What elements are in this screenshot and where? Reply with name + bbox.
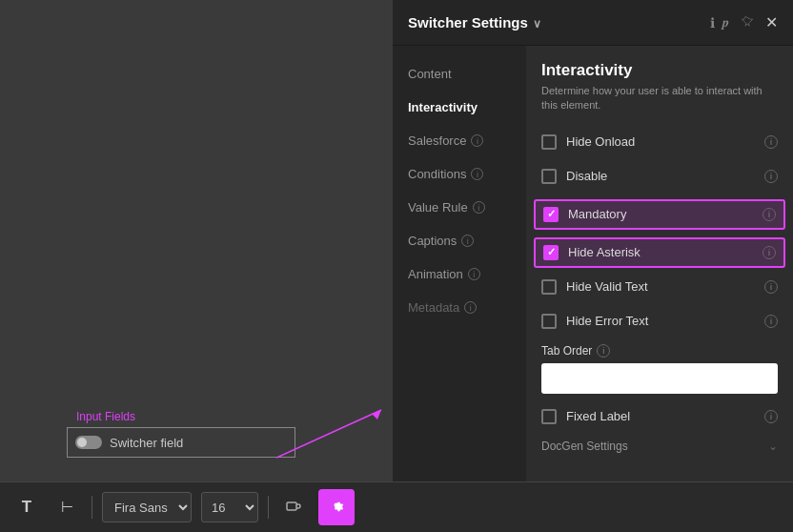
salesforce-info-icon: i xyxy=(471,134,483,147)
sidebar-item-metadata[interactable]: Metadata i xyxy=(393,291,526,324)
fixed-label-checkbox[interactable] xyxy=(541,409,557,424)
panel-content: Interactivity Determine how your user is… xyxy=(526,46,793,532)
fixed-label-row: Fixed Label i xyxy=(541,405,778,428)
sidebar-item-salesforce[interactable]: Salesforce i xyxy=(393,124,526,157)
toolbar-divider-2 xyxy=(268,496,269,519)
panel-close-button[interactable]: ✕ xyxy=(765,13,778,31)
hide-asterisk-label: Hide Asterisk xyxy=(568,245,753,259)
bottom-toolbar: T ⊢ Fira Sans 16 xyxy=(0,481,793,532)
panel-title: Switcher Settings ∨ xyxy=(408,14,702,31)
hide-valid-text-label: Hide Valid Text xyxy=(566,279,755,294)
hide-asterisk-info-icon[interactable]: i xyxy=(762,246,776,259)
hide-error-text-row: Hide Error Text i xyxy=(541,310,778,333)
text-icon: T xyxy=(22,498,31,517)
tab-order-section: Tab Order i xyxy=(541,344,778,405)
tab-order-label: Tab Order i xyxy=(541,344,778,358)
hide-asterisk-checkbox[interactable] xyxy=(543,245,559,260)
font-size-select[interactable]: 16 xyxy=(201,492,258,522)
gear-icon xyxy=(328,497,345,519)
fixed-label-info-icon[interactable]: i xyxy=(764,410,778,423)
hide-asterisk-row: Hide Asterisk i xyxy=(534,237,785,268)
hide-onload-row: Hide Onload i xyxy=(541,131,778,153)
toolbar-divider-1 xyxy=(92,496,92,519)
switcher-toggle xyxy=(75,436,102,449)
hide-valid-text-checkbox[interactable] xyxy=(541,279,557,295)
sidebar-item-interactivity[interactable]: Interactivity xyxy=(393,91,526,124)
sidebar-item-metadata-label: Metadata xyxy=(408,300,459,315)
tab-order-info-icon[interactable]: i xyxy=(597,344,610,358)
sidebar-item-animation-label: Animation xyxy=(408,267,463,281)
disable-checkbox[interactable] xyxy=(541,169,557,184)
canvas xyxy=(0,0,393,481)
metadata-info-icon: i xyxy=(464,301,477,314)
hide-valid-text-info-icon[interactable]: i xyxy=(764,280,778,294)
sidebar-item-content[interactable]: Content xyxy=(393,57,526,91)
settings-button[interactable] xyxy=(318,489,355,525)
sidebar-item-captions[interactable]: Captions i xyxy=(393,224,526,257)
section-title: Interactivity xyxy=(541,61,778,80)
svg-rect-2 xyxy=(287,502,296,510)
docgen-expand-icon[interactable]: ⌄ xyxy=(768,440,778,453)
sidebar-item-content-label: Content xyxy=(408,67,452,81)
animation-info-icon: i xyxy=(468,268,480,280)
hide-valid-text-row: Hide Valid Text i xyxy=(541,276,778,298)
hide-onload-info-icon[interactable]: i xyxy=(764,135,778,149)
mandatory-label: Mandatory xyxy=(568,207,753,221)
panel-pin-icon[interactable]: 𝒑 xyxy=(722,14,729,31)
panel-pin-icon-svg[interactable] xyxy=(739,15,754,31)
input-fields-label: Input Fields xyxy=(76,410,135,423)
disable-label: Disable xyxy=(566,169,755,183)
conditions-info-icon: i xyxy=(471,168,483,180)
switcher-field-label: Switcher field xyxy=(110,436,183,450)
sidebar-item-interactivity-label: Interactivity xyxy=(408,100,478,114)
panel-nav: Content Interactivity Salesforce i Condi… xyxy=(393,46,526,532)
panel-header: Switcher Settings ∨ ℹ 𝒑 ✕ xyxy=(393,0,793,46)
value-rule-info-icon: i xyxy=(473,201,485,214)
sidebar-item-conditions-label: Conditions xyxy=(408,167,466,181)
link-icon xyxy=(286,499,301,517)
align-icon: ⊢ xyxy=(61,499,73,516)
link-button[interactable] xyxy=(278,492,309,522)
align-button[interactable]: ⊢ xyxy=(51,492,82,522)
sidebar-item-salesforce-label: Salesforce xyxy=(408,133,466,148)
docgen-settings-label: DocGen Settings xyxy=(541,440,628,453)
sidebar-item-captions-label: Captions xyxy=(408,234,457,248)
mandatory-checkbox[interactable] xyxy=(543,207,559,222)
text-tool-button[interactable]: T xyxy=(11,492,42,522)
sidebar-item-conditions[interactable]: Conditions i xyxy=(393,157,526,191)
panel-body: Content Interactivity Salesforce i Condi… xyxy=(393,46,793,532)
hide-error-text-info-icon[interactable]: i xyxy=(764,315,778,328)
fixed-label-label: Fixed Label xyxy=(566,409,755,423)
settings-panel: Switcher Settings ∨ ℹ 𝒑 ✕ Content Intera… xyxy=(393,0,793,532)
captions-info-icon: i xyxy=(461,235,474,247)
sidebar-item-animation[interactable]: Animation i xyxy=(393,257,526,291)
hide-onload-checkbox[interactable] xyxy=(541,134,557,150)
hide-error-text-checkbox[interactable] xyxy=(541,314,557,329)
mandatory-row: Mandatory i xyxy=(534,199,785,230)
mandatory-info-icon[interactable]: i xyxy=(762,208,776,221)
hide-error-text-label: Hide Error Text xyxy=(566,314,755,328)
panel-info-icon[interactable]: ℹ xyxy=(710,15,715,31)
disable-row: Disable i xyxy=(541,165,778,188)
tab-order-input[interactable] xyxy=(541,363,778,394)
font-family-select[interactable]: Fira Sans xyxy=(102,492,192,522)
disable-info-icon[interactable]: i xyxy=(764,170,778,183)
hide-onload-label: Hide Onload xyxy=(566,134,755,149)
docgen-settings-row: DocGen Settings ⌄ xyxy=(541,440,778,453)
sidebar-item-value-rule[interactable]: Value Rule i xyxy=(393,191,526,224)
switcher-field-box: Switcher field xyxy=(67,427,295,458)
section-description: Determine how your user is able to inter… xyxy=(541,84,778,113)
sidebar-item-value-rule-label: Value Rule xyxy=(408,200,468,215)
